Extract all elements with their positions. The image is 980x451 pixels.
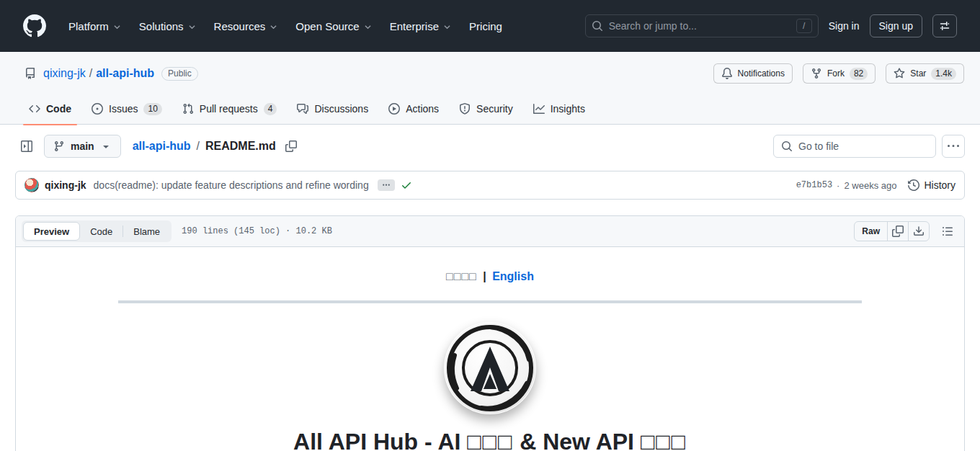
actions-icon <box>388 103 400 115</box>
divider <box>118 300 862 303</box>
breadcrumb: qixing-jk / all-api-hub <box>43 67 154 80</box>
go-to-file-input[interactable] <box>798 140 929 152</box>
chevron-down-icon <box>270 24 277 30</box>
file-nav-row: main all-api-hub / README.md <box>15 135 965 158</box>
global-search[interactable]: / <box>585 14 819 37</box>
commit-sha-link[interactable]: e7b1b53 <box>796 180 832 190</box>
file-meta-info: 190 lines (145 loc) · 10.2 KB <box>182 226 332 236</box>
repo-tab-nav: Code Issues 10 Pull requests 4 Discussio… <box>0 89 980 124</box>
slash-shortcut-key: / <box>796 19 812 33</box>
commit-author-avatar[interactable] <box>24 178 39 192</box>
copy-icon <box>285 140 297 152</box>
file-breadcrumb: all-api-hub / README.md <box>133 137 300 156</box>
graph-icon <box>533 103 545 115</box>
pull-request-icon <box>182 103 194 115</box>
checks-status-button[interactable] <box>401 179 412 191</box>
dot-separator: · <box>837 180 839 191</box>
main-nav: Platform Solutions Resources Open Source… <box>59 20 512 32</box>
code-tab[interactable]: Code <box>80 222 122 241</box>
shield-icon <box>459 103 471 115</box>
fork-count: 82 <box>850 68 868 80</box>
repo-name-link[interactable]: all-api-hub <box>96 67 154 80</box>
nav-solutions[interactable]: Solutions <box>130 20 205 32</box>
nav-open-source[interactable]: Open Source <box>286 20 380 32</box>
code-icon <box>29 103 40 115</box>
check-icon <box>401 179 412 191</box>
tab-issues[interactable]: Issues 10 <box>86 99 168 120</box>
blame-tab[interactable]: Blame <box>123 222 170 241</box>
tab-pull-requests[interactable]: Pull requests 4 <box>177 99 283 120</box>
nav-pricing[interactable]: Pricing <box>460 20 512 32</box>
copy-file-button[interactable] <box>887 221 909 241</box>
sliders-icon <box>939 20 950 32</box>
raw-button[interactable]: Raw <box>854 221 888 241</box>
repo-icon <box>24 68 36 79</box>
chevron-down-icon <box>444 24 450 30</box>
outline-button[interactable] <box>937 221 958 241</box>
command-palette-button[interactable] <box>932 14 957 37</box>
breadcrumb-file-name: README.md <box>205 140 276 153</box>
search-icon <box>592 20 603 32</box>
global-header: Platform Solutions Resources Open Source… <box>0 0 980 52</box>
readme-content: □□□□ | English <box>16 247 964 451</box>
pull-requests-count: 4 <box>264 103 277 115</box>
tab-code[interactable]: Code <box>23 99 77 119</box>
global-search-input[interactable] <box>609 20 790 32</box>
expand-file-tree-button[interactable] <box>15 135 38 158</box>
project-logo <box>444 322 536 414</box>
download-button[interactable] <box>908 221 930 241</box>
repo-owner-link[interactable]: qixing-jk <box>43 67 86 80</box>
commit-author-link[interactable]: qixing-jk <box>45 179 86 191</box>
triangle-down-icon <box>100 140 112 152</box>
view-mode-switcher: Preview Code Blame <box>22 220 172 242</box>
tab-security[interactable]: Security <box>453 99 519 119</box>
tab-discussions[interactable]: Discussions <box>291 99 374 119</box>
kebab-horizontal-icon <box>948 140 959 152</box>
tab-actions[interactable]: Actions <box>383 99 445 119</box>
visibility-badge: Public <box>161 67 198 81</box>
github-logo[interactable] <box>23 14 46 37</box>
copy-path-button[interactable] <box>282 137 300 156</box>
download-icon <box>913 226 925 237</box>
notifications-button[interactable]: Notifications <box>713 63 793 84</box>
file-viewer-toolbar: Preview Code Blame 190 lines (145 loc) ·… <box>16 216 964 247</box>
nav-platform[interactable]: Platform <box>59 20 130 32</box>
repo-header: qixing-jk / all-api-hub Public Notificat… <box>0 52 980 125</box>
go-to-file-search[interactable] <box>773 135 936 158</box>
language-switch-english-link[interactable]: English <box>492 270 534 282</box>
chevron-down-icon <box>365 24 371 30</box>
branch-selector-button[interactable]: main <box>44 135 121 158</box>
commit-time: 2 weeks ago <box>844 180 896 191</box>
code-view: main all-api-hub / README.md qixing-jk d… <box>0 125 980 451</box>
nav-resources[interactable]: Resources <box>205 20 287 32</box>
history-link[interactable]: History <box>908 179 956 191</box>
star-button[interactable]: Star 1.4k <box>886 63 964 84</box>
sidebar-expand-icon <box>21 140 32 152</box>
cjk-tofu: □□□ <box>641 429 687 451</box>
more-options-button[interactable] <box>942 135 965 158</box>
preview-tab[interactable]: Preview <box>23 222 80 241</box>
commit-message-link[interactable]: docs(readme): update feature description… <box>94 179 369 191</box>
breadcrumb-repo-link[interactable]: all-api-hub <box>133 140 191 153</box>
sign-up-button[interactable]: Sign up <box>870 14 922 37</box>
commit-sha-time: e7b1b53 · 2 weeks ago <box>796 180 897 191</box>
language-divider: | <box>480 270 489 282</box>
commit-expand-button[interactable] <box>378 179 395 191</box>
sign-in-link[interactable]: Sign in <box>829 20 860 32</box>
star-icon <box>894 68 905 79</box>
file-viewer: Preview Code Blame 190 lines (145 loc) ·… <box>15 215 965 451</box>
breadcrumb-separator: / <box>197 140 200 153</box>
bell-icon <box>721 68 733 79</box>
language-switch-cjk: □□□□ <box>446 270 477 282</box>
cjk-tofu: □□□ <box>467 429 513 451</box>
nav-enterprise[interactable]: Enterprise <box>380 20 460 32</box>
search-icon <box>781 140 793 152</box>
repo-actions: Notifications Fork 82 Star 1.4k <box>713 63 964 84</box>
copy-icon <box>892 226 904 237</box>
readme-title: All API Hub - AI □□□ & New API □□□ <box>118 429 862 451</box>
tab-insights[interactable]: Insights <box>527 99 591 119</box>
language-switch-line: □□□□ | English <box>118 270 862 283</box>
ellipsis-icon <box>382 181 391 189</box>
fork-button[interactable]: Fork 82 <box>803 63 876 84</box>
breadcrumb-separator: / <box>89 67 92 80</box>
